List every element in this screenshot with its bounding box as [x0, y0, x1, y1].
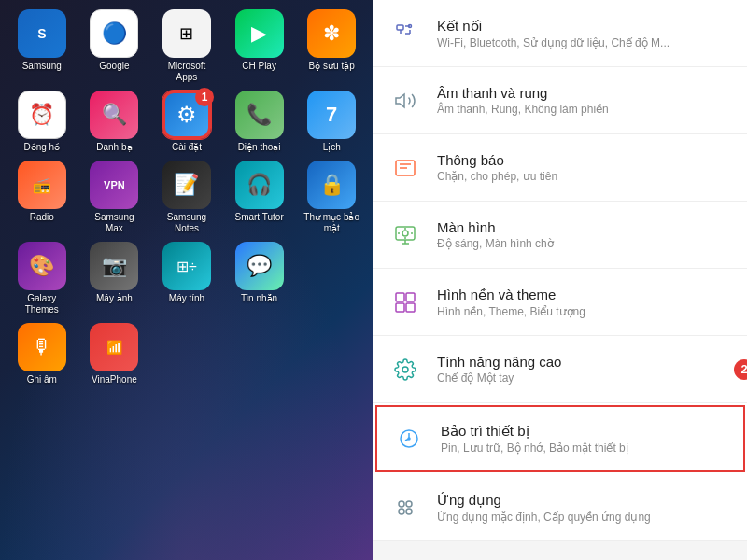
microsoft-icon: ⊞	[162, 9, 211, 58]
app-label-bosutap: Bộ sưu tập	[309, 61, 355, 72]
app-samsung[interactable]: S Samsung	[7, 9, 77, 83]
app-label-vinaphone: VinaPhone	[92, 374, 137, 385]
app-vinaphone[interactable]: 📶 VinaPhone	[80, 323, 149, 385]
app-label-caidat: Cài đặt	[172, 142, 202, 153]
baotri-title: Bảo trì thiết bị	[441, 423, 728, 440]
settings-item-hinhnenvatheme[interactable]: Hình nền và theme Hình nền, Theme, Biểu …	[374, 269, 747, 336]
app-tinnhan[interactable]: 💬 Tin nhắn	[225, 242, 294, 315]
amthanh-icon	[388, 84, 422, 118]
settings-item-tinhnang[interactable]: Tính năng nâng cao Chế độ Một tay 2	[374, 336, 747, 403]
app-label-mayanh: Máy ảnh	[96, 293, 133, 304]
app-caidat[interactable]: ⚙ 1 Cài đặt	[152, 91, 221, 153]
manhinh-icon	[388, 218, 422, 252]
app-dienthoai[interactable]: 📞 Điện thoại	[225, 91, 294, 153]
thongbao-subtitle: Chặn, cho phép, ưu tiên	[437, 170, 732, 183]
settings-list: Kết nối Wi-Fi, Bluetooth, Sử dụng dữ liệ…	[374, 0, 747, 541]
app-label-galaxy: Galaxy Themes	[14, 293, 70, 315]
manhinh-text: Màn hình Độ sáng, Màn hình chờ	[437, 219, 732, 250]
manhinh-subtitle: Độ sáng, Màn hình chờ	[437, 237, 732, 250]
ghiam-icon: 🎙	[18, 323, 66, 371]
svg-rect-0	[397, 25, 403, 30]
settings-item-thongbao[interactable]: Thông báo Chặn, cho phép, ưu tiên	[374, 134, 747, 202]
vinaphone-icon: 📶	[90, 323, 138, 371]
lich-icon: 7	[307, 91, 356, 139]
amthanh-text: Âm thanh và rung Âm thanh, Rung, Không l…	[437, 85, 732, 116]
samsung-icon: S	[18, 9, 66, 58]
app-label-lich: Lịch	[323, 142, 341, 153]
baotri-subtitle: Pin, Lưu trữ, Bộ nhớ, Bảo mật thiết bị	[441, 441, 728, 455]
radio-icon: 📻	[18, 161, 66, 209]
app-maytinh[interactable]: ⊞÷ Máy tính	[152, 242, 221, 315]
app-baomat[interactable]: 🔒 Thư mục bảo mật	[297, 161, 366, 234]
svg-point-13	[399, 501, 404, 507]
app-bosutap[interactable]: ✽ Bộ sưu tập	[297, 9, 366, 83]
ungdung-icon	[388, 491, 422, 525]
baotri-text: Bảo trì thiết bị Pin, Lưu trữ, Bộ nhớ, B…	[441, 423, 728, 455]
settings-item-ungdung[interactable]: Ứng dụng Ứng dụng mặc định, Cấp quyền ứn…	[374, 474, 747, 541]
amthanh-subtitle: Âm thanh, Rung, Không làm phiền	[437, 103, 732, 116]
app-label-google: Google	[99, 61, 129, 72]
tinnhan-icon: 💬	[235, 242, 284, 290]
tinhnang-subtitle: Chế độ Một tay	[437, 371, 732, 385]
ketnoi-text: Kết nối Wi-Fi, Bluetooth, Sử dụng dữ liệ…	[437, 18, 732, 49]
app-radio[interactable]: 📻 Radio	[7, 161, 77, 234]
app-google[interactable]: 🔵 Google	[80, 9, 149, 83]
app-label-dongho: Đồng hồ	[23, 142, 60, 153]
app-mayanh[interactable]: 📷 Máy ảnh	[80, 242, 149, 315]
settings-panel: Kết nối Wi-Fi, Bluetooth, Sử dụng dữ liệ…	[374, 0, 747, 560]
thongbao-text: Thông báo Chặn, cho phép, ưu tiên	[437, 152, 732, 183]
samsungmax-icon: VPN	[90, 161, 138, 209]
svg-rect-9	[406, 303, 415, 312]
app-label-samsung: Samsung	[22, 61, 62, 72]
svg-rect-8	[396, 303, 404, 312]
svg-point-16	[406, 509, 412, 514]
app-ghiam[interactable]: 🎙 Ghi âm	[7, 323, 77, 385]
baotri-icon	[392, 422, 426, 455]
mayanh-icon: 📷	[90, 242, 138, 290]
app-label-dienthoai: Điện thoại	[238, 142, 281, 153]
settings-item-manhinh[interactable]: Màn hình Độ sáng, Màn hình chờ	[374, 202, 747, 269]
ungdung-subtitle: Ứng dụng mặc định, Cấp quyền ứng dụng	[437, 511, 732, 524]
chplay-icon: ▶	[235, 9, 284, 58]
settings-item-ketnoi[interactable]: Kết nối Wi-Fi, Bluetooth, Sử dụng dữ liệ…	[374, 0, 747, 67]
app-label-maytinh: Máy tính	[169, 293, 204, 304]
baomat-icon: 🔒	[307, 161, 356, 209]
thongbao-title: Thông báo	[437, 152, 732, 168]
bosutap-icon: ✽	[307, 9, 356, 58]
hinhnenvatheme-subtitle: Hình nền, Theme, Biểu tượng	[437, 305, 732, 318]
ungdung-title: Ứng dụng	[437, 492, 732, 509]
amthanh-title: Âm thanh và rung	[437, 85, 732, 101]
app-dongho[interactable]: ⏰ Đồng hồ	[7, 91, 77, 153]
svg-point-10	[402, 367, 408, 372]
ketnoi-icon	[388, 17, 422, 50]
app-label-microsoft: Microsoft Apps	[159, 61, 215, 83]
hinhnenvatheme-text: Hình nền và theme Hình nền, Theme, Biểu …	[437, 287, 732, 318]
app-label-radio: Radio	[30, 212, 54, 223]
svg-rect-6	[396, 293, 404, 301]
svg-rect-7	[406, 293, 415, 301]
thongbao-icon	[388, 151, 422, 185]
dienthoai-icon: 📞	[235, 91, 284, 139]
tutor-icon: 🎧	[235, 161, 284, 209]
galaxy-icon: 🎨	[18, 242, 66, 290]
app-label-baomat: Thư mục bảo mật	[303, 212, 359, 234]
step-1-badge: 1	[195, 88, 214, 106]
step-2-badge: 2	[734, 359, 747, 380]
svg-point-12	[408, 438, 410, 440]
app-lich[interactable]: 7 Lịch	[297, 91, 366, 153]
ungdung-text: Ứng dụng Ứng dụng mặc định, Cấp quyền ứn…	[437, 492, 732, 524]
settings-item-baotri[interactable]: Bảo trì thiết bị Pin, Lưu trữ, Bộ nhớ, B…	[375, 405, 745, 472]
app-samsungmax[interactable]: VPN Samsung Max	[80, 161, 149, 234]
app-chplay[interactable]: ▶ CH Play	[225, 9, 294, 83]
dongho-icon: ⏰	[18, 91, 66, 139]
app-microsoft[interactable]: ⊞ Microsoft Apps	[152, 9, 221, 83]
tinhnang-title: Tính năng nâng cao	[437, 354, 732, 370]
app-galaxy[interactable]: 🎨 Galaxy Themes	[7, 242, 77, 315]
app-danhba[interactable]: 🔍 Danh bạ	[80, 91, 149, 153]
app-tutor[interactable]: 🎧 Smart Tutor	[225, 161, 294, 234]
app-label-chplay: CH Play	[242, 61, 276, 72]
tinhnang-text: Tính năng nâng cao Chế độ Một tay	[437, 354, 732, 385]
ketnoi-subtitle: Wi-Fi, Bluetooth, Sử dụng dữ liệu, Chế đ…	[437, 36, 732, 49]
app-notes[interactable]: 📝 Samsung Notes	[152, 161, 221, 234]
settings-item-amthanh[interactable]: Âm thanh và rung Âm thanh, Rung, Không l…	[374, 67, 747, 134]
